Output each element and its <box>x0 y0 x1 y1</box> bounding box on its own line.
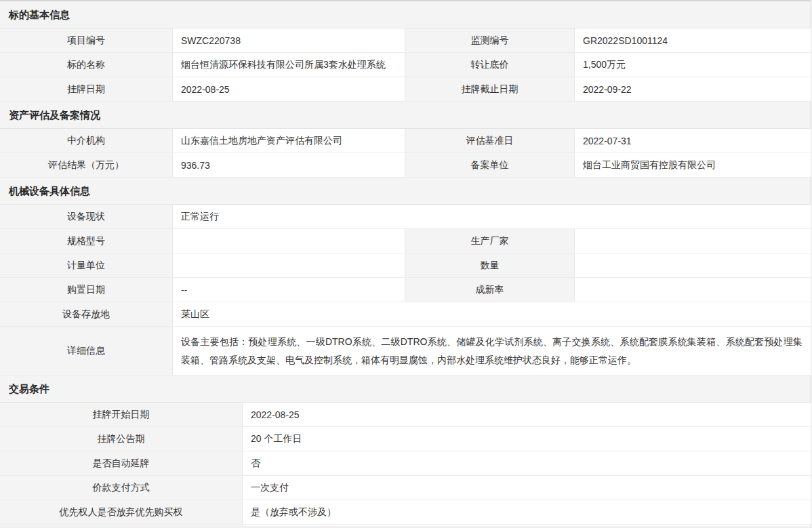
project-number-label: 项目编号 <box>0 28 172 52</box>
monitor-number-label: 监测编号 <box>405 28 574 52</box>
listing-end-date-label: 挂牌截止日期 <box>405 77 574 101</box>
depreciation-rate-label: 成新率 <box>405 278 574 302</box>
preemptive-right-label: 优先权人是否放弃优先购买权 <box>0 500 242 524</box>
manufacturer-label: 生产厂家 <box>405 229 574 253</box>
cut-off-value <box>242 525 810 526</box>
listing-date-label: 挂牌日期 <box>0 77 172 101</box>
equipment-status-value: 正常运行 <box>172 205 811 228</box>
floor-price-label: 转让底价 <box>405 53 574 77</box>
monitor-number-value: GR2022SD1001124 <box>574 28 811 52</box>
spec-model-value <box>172 229 405 253</box>
listing-date-value: 2022-08-25 <box>172 77 405 101</box>
quantity-value <box>574 253 811 277</box>
appraisal-base-date-value: 2022-07-31 <box>574 129 811 153</box>
section-trade-conditions: 交易条件 挂牌开始日期 2022-08-25 挂牌公告期 20 个工作日 是否自… <box>0 375 810 526</box>
auto-extension-value: 否 <box>242 451 811 475</box>
detail-info-label: 详细信息 <box>0 327 172 375</box>
table-row-preemptive-right: 优先权人是否放弃优先购买权 是（放弃或不涉及） <box>0 500 810 525</box>
section-appraisal: 资产评估及备案情况 中介机构 山东嘉信土地房地产资产评估有限公司 评估基准日 2… <box>0 102 810 178</box>
table-row-agency: 中介机构 山东嘉信土地房地产资产评估有限公司 评估基准日 2022-07-31 <box>0 129 810 153</box>
filing-unit-value: 烟台工业商贸国有控股有限公司 <box>574 153 811 177</box>
detail-info-text: 设备主要包括：预处理系统、一级DTRO系统、二级DTRO系统、储罐及化学试剂系统… <box>181 333 803 369</box>
storage-location-value: 莱山区 <box>172 302 811 326</box>
appraisal-result-label: 评估结果（万元） <box>0 153 172 177</box>
purchase-date-label: 购置日期 <box>0 278 172 302</box>
table-row-purchase-date: 购置日期 -- 成新率 <box>0 278 810 302</box>
announcement-period-label: 挂牌公告期 <box>0 427 242 451</box>
section-basic-info: 标的基本信息 项目编号 SWZC220738 监测编号 GR2022SD1001… <box>0 1 810 102</box>
detail-info-value: 设备主要包括：预处理系统、一级DTRO系统、二级DTRO系统、储罐及化学试剂系统… <box>172 327 811 375</box>
filing-unit-label: 备案单位 <box>405 153 574 177</box>
table-row-announcement-period: 挂牌公告期 20 个工作日 <box>0 427 810 451</box>
table-row-unit: 计量单位 数量 <box>0 253 810 278</box>
payment-method-value: 一次支付 <box>242 476 811 500</box>
floor-price-value: 1,500万元 <box>574 53 811 77</box>
table-row-listing-date: 挂牌日期 2022-08-25 挂牌截止日期 2022-09-22 <box>0 77 810 102</box>
listing-end-date-value: 2022-09-22 <box>574 77 811 101</box>
table-row-detail-info: 详细信息 设备主要包括：预处理系统、一级DTRO系统、二级DTRO系统、储罐及化… <box>0 327 810 375</box>
project-number-value: SWZC220738 <box>172 28 405 52</box>
listing-start-date-label: 挂牌开始日期 <box>0 403 242 426</box>
equipment-status-label: 设备现状 <box>0 205 172 228</box>
spec-model-label: 规格型号 <box>0 229 172 253</box>
unit-label: 计量单位 <box>0 253 172 277</box>
unit-value <box>172 253 405 277</box>
table-row-cut-off <box>0 525 810 526</box>
storage-location-label: 设备存放地 <box>0 302 172 326</box>
table-row-subject-name: 标的名称 烟台恒清源环保科技有限公司所属3套水处理系统 转让底价 1,500万元 <box>0 53 810 77</box>
appraisal-result-value: 936.73 <box>172 153 405 177</box>
table-row-equipment-status: 设备现状 正常运行 <box>0 205 810 229</box>
table-row-project-number: 项目编号 SWZC220738 监测编号 GR2022SD1001124 <box>0 28 810 53</box>
section-equipment-info: 机械设备具体信息 设备现状 正常运行 规格型号 生产厂家 计量单位 数量 购置日… <box>0 178 810 375</box>
table-row-auto-extension: 是否自动延牌 否 <box>0 451 810 476</box>
agency-label: 中介机构 <box>0 129 172 153</box>
manufacturer-value <box>574 229 811 253</box>
table-row-storage-location: 设备存放地 莱山区 <box>0 302 810 327</box>
section-title-basic-info: 标的基本信息 <box>0 1 810 28</box>
asset-listing-detail-page: 标的基本信息 项目编号 SWZC220738 监测编号 GR2022SD1001… <box>0 0 811 526</box>
section-title-equipment: 机械设备具体信息 <box>0 178 810 205</box>
table-row-payment-method: 价款支付方式 一次支付 <box>0 476 810 500</box>
subject-name-value: 烟台恒清源环保科技有限公司所属3套水处理系统 <box>172 53 405 77</box>
section-title-trade-conditions: 交易条件 <box>0 375 810 403</box>
announcement-period-value: 20 个工作日 <box>242 427 811 451</box>
depreciation-rate-value <box>574 278 811 302</box>
table-row-appraisal-result: 评估结果（万元） 936.73 备案单位 烟台工业商贸国有控股有限公司 <box>0 153 810 178</box>
subject-name-label: 标的名称 <box>0 53 172 77</box>
listing-start-date-value: 2022-08-25 <box>242 403 811 426</box>
appraisal-base-date-label: 评估基准日 <box>405 129 574 153</box>
auto-extension-label: 是否自动延牌 <box>0 451 242 475</box>
purchase-date-value: -- <box>172 278 405 302</box>
section-title-appraisal: 资产评估及备案情况 <box>0 102 810 129</box>
payment-method-label: 价款支付方式 <box>0 476 242 500</box>
table-row-spec-model: 规格型号 生产厂家 <box>0 229 810 253</box>
preemptive-right-value: 是（放弃或不涉及） <box>242 500 811 524</box>
agency-value: 山东嘉信土地房地产资产评估有限公司 <box>172 129 405 153</box>
cut-off-label <box>0 525 242 526</box>
quantity-label: 数量 <box>405 253 574 277</box>
table-row-listing-start-date: 挂牌开始日期 2022-08-25 <box>0 403 810 427</box>
